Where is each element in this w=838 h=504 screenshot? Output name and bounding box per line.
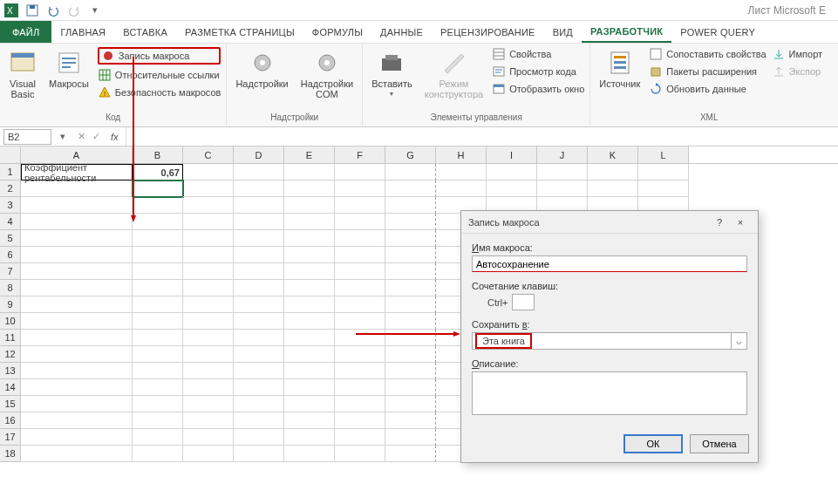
cell[interactable] (385, 296, 436, 313)
cell[interactable] (21, 296, 133, 313)
cell[interactable] (385, 180, 436, 197)
cell[interactable] (335, 412, 385, 429)
cell[interactable] (21, 429, 133, 446)
cell[interactable] (183, 263, 234, 280)
cell[interactable] (284, 446, 335, 462)
tab-review[interactable]: РЕЦЕНЗИРОВАНИЕ (432, 21, 544, 43)
cell[interactable] (183, 379, 234, 396)
row-header[interactable]: 11 (0, 330, 21, 346)
cell[interactable] (133, 296, 183, 313)
refresh-data-button[interactable]: Обновить данные (649, 82, 766, 96)
cell[interactable]: Коэффициент рентабельности (21, 164, 133, 180)
cell[interactable] (133, 247, 183, 263)
row-header[interactable]: 10 (0, 313, 21, 330)
cell[interactable] (385, 263, 436, 280)
import-button[interactable]: Импорт (772, 47, 822, 61)
save-icon[interactable] (24, 3, 40, 18)
design-mode-button[interactable]: Режим конструктора (421, 47, 487, 101)
show-dialog-button[interactable]: Отобразить окно (492, 82, 584, 96)
tab-developer[interactable]: РАЗРАБОТЧИК (582, 21, 671, 43)
row-header[interactable]: 2 (0, 180, 21, 197)
column-header[interactable]: G (385, 146, 436, 163)
name-box-dropdown-icon[interactable]: ▾ (55, 131, 71, 142)
cell[interactable] (21, 330, 133, 346)
cell[interactable] (284, 379, 335, 396)
redo-icon[interactable] (66, 3, 82, 18)
cell[interactable] (234, 214, 284, 230)
row-header[interactable]: 16 (0, 412, 21, 429)
cell[interactable] (21, 396, 133, 412)
cell[interactable] (335, 263, 385, 280)
cell[interactable] (335, 346, 385, 363)
cancel-button[interactable]: Отмена (690, 434, 749, 453)
select-all-corner[interactable] (0, 146, 21, 163)
tab-data[interactable]: ДАННЫЕ (371, 21, 432, 43)
cell[interactable] (385, 230, 436, 247)
cell[interactable] (133, 230, 183, 247)
cancel-icon[interactable]: ✕ (78, 131, 85, 142)
tab-page-layout[interactable]: РАЗМЕТКА СТРАНИЦЫ (176, 21, 303, 43)
cell[interactable] (133, 330, 183, 346)
cell[interactable] (385, 346, 436, 363)
cell[interactable] (335, 396, 385, 412)
cell[interactable] (335, 313, 385, 330)
cell[interactable] (284, 429, 335, 446)
qat-dropdown-icon[interactable]: ▾ (87, 3, 103, 18)
cell[interactable] (183, 164, 234, 180)
com-addins-button[interactable]: Надстройки COM (297, 47, 357, 101)
cell[interactable] (385, 197, 436, 214)
tab-file[interactable]: ФАЙЛ (0, 21, 51, 43)
cell[interactable] (234, 429, 284, 446)
cell[interactable] (183, 429, 234, 446)
cell[interactable] (284, 280, 335, 296)
cell[interactable] (234, 412, 284, 429)
cell[interactable] (284, 412, 335, 429)
column-header[interactable]: I (487, 146, 537, 163)
column-header[interactable]: F (335, 146, 385, 163)
cell[interactable] (21, 280, 133, 296)
record-macro-button[interactable]: Запись макроса (98, 47, 221, 65)
ok-button[interactable]: ОК (623, 434, 683, 453)
column-header[interactable]: B (133, 146, 183, 163)
visual-basic-button[interactable]: Visual Basic (5, 47, 40, 101)
name-box[interactable]: B2 (3, 129, 51, 145)
cell[interactable] (284, 346, 335, 363)
cell[interactable] (638, 180, 689, 197)
cell[interactable] (335, 296, 385, 313)
cell[interactable] (21, 263, 133, 280)
fx-label[interactable]: fx (107, 132, 119, 142)
cell[interactable] (385, 164, 436, 180)
cell[interactable] (537, 164, 588, 180)
cell[interactable] (385, 429, 436, 446)
cell[interactable] (385, 330, 436, 346)
cell[interactable] (183, 412, 234, 429)
cell[interactable] (537, 180, 588, 197)
cell[interactable] (234, 180, 284, 197)
cell[interactable] (284, 214, 335, 230)
cell[interactable] (284, 363, 335, 379)
cell[interactable] (133, 346, 183, 363)
row-header[interactable]: 3 (0, 197, 21, 214)
cell[interactable] (284, 396, 335, 412)
cell[interactable] (284, 197, 335, 214)
cell[interactable] (183, 180, 234, 197)
cell[interactable] (183, 296, 234, 313)
cell[interactable] (234, 379, 284, 396)
cell[interactable]: 0,67 (133, 164, 183, 180)
cell[interactable] (284, 263, 335, 280)
cell[interactable] (385, 396, 436, 412)
column-header[interactable]: H (436, 146, 487, 163)
cell[interactable] (335, 429, 385, 446)
cell[interactable] (385, 379, 436, 396)
cell[interactable] (234, 247, 284, 263)
cell[interactable] (133, 263, 183, 280)
row-header[interactable]: 13 (0, 363, 21, 379)
cell[interactable] (284, 330, 335, 346)
cell[interactable] (234, 280, 284, 296)
description-textarea[interactable] (472, 371, 747, 415)
cell[interactable] (183, 330, 234, 346)
tab-insert[interactable]: ВСТАВКА (114, 21, 176, 43)
row-header[interactable]: 14 (0, 379, 21, 396)
cell[interactable] (335, 230, 385, 247)
cell[interactable] (183, 247, 234, 263)
